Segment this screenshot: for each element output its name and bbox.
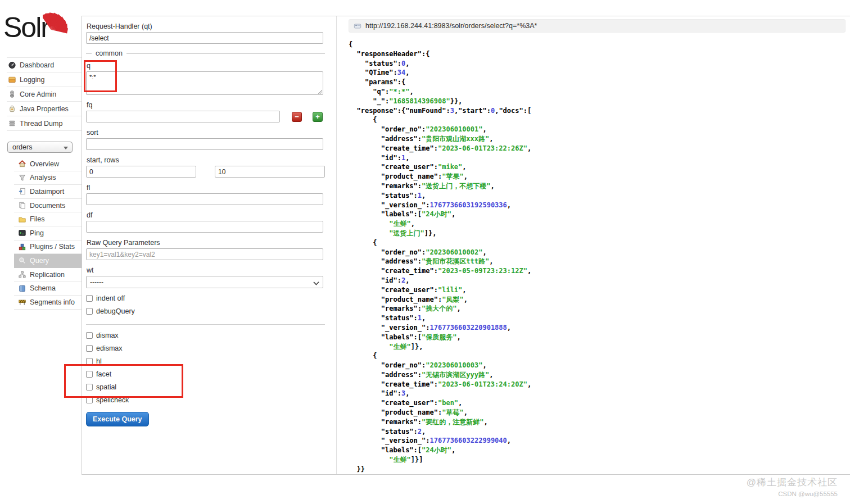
sidebar-item-replication[interactable]: Replication — [14, 268, 82, 282]
schema-icon — [18, 284, 26, 293]
sidebar-item-analysis[interactable]: Analysis — [14, 171, 82, 185]
watermark: @稀土掘金技术社区 CSDN @wu@55555 — [747, 476, 838, 497]
json-line: "_version_":1767736603220901888, — [349, 323, 846, 333]
checkbox-spatial[interactable] — [86, 384, 93, 391]
json-line: "id":1, — [349, 153, 846, 163]
json-line: "_version_":1767736603192590336, — [349, 201, 846, 210]
rows-input[interactable] — [215, 166, 325, 178]
df-input[interactable] — [86, 221, 323, 233]
raw-query-input[interactable] — [86, 248, 323, 260]
chevron-down-icon — [64, 147, 68, 149]
request-url[interactable]: http://192.168.244.41:8983/solr/orders/s… — [365, 22, 537, 30]
json-line: { — [349, 40, 846, 49]
sidebar-item-schema[interactable]: Schema — [14, 281, 82, 296]
sidebar-item-label: Dashboard — [20, 61, 54, 69]
add-fq-button[interactable] — [313, 112, 323, 122]
checkbox-label: debugQuery — [96, 307, 135, 315]
sidebar-item-dataimport[interactable]: Dataimport — [14, 185, 82, 199]
watermark-juejin: @稀土掘金技术社区 — [747, 476, 838, 489]
dashboard-icon — [8, 61, 16, 69]
request-handler-group: Request-Handler (qt) — [86, 22, 328, 44]
checkbox-dismax[interactable] — [86, 332, 93, 339]
request-handler-input[interactable] — [86, 32, 323, 44]
json-line: "status":2, — [349, 427, 846, 437]
sidebar-item-query[interactable]: Query — [14, 254, 82, 268]
sidebar-item-documents[interactable]: Documents — [14, 199, 82, 213]
execute-query-button[interactable]: Execute Query — [86, 412, 149, 426]
checkbox-label: indent off — [96, 294, 125, 302]
sidebar-item-logging[interactable]: Logging — [7, 72, 82, 87]
request-handler-label: Request-Handler (qt) — [87, 22, 328, 30]
fl-input[interactable] — [86, 193, 323, 205]
sort-input[interactable] — [86, 138, 323, 150]
core-selector-value: orders — [12, 143, 32, 151]
plugins-stats-icon — [18, 243, 26, 251]
ping-icon — [18, 229, 26, 237]
json-line: "status":0, — [349, 59, 846, 69]
sidebar-item-label: Core Admin — [20, 90, 56, 98]
json-line: "remarks":"挑大个的", — [349, 304, 846, 314]
wt-select[interactable]: ------ — [86, 276, 323, 288]
json-line: "生鲜"]}, — [349, 342, 846, 352]
overview-icon — [18, 160, 26, 168]
checkbox-row-edismax[interactable]: edismax — [86, 344, 328, 352]
json-line: "_":"1685814396908"}}, — [349, 97, 846, 106]
sidebar-item-plugins-stats[interactable]: Plugins / Stats — [14, 240, 82, 255]
q-input[interactable]: *:* — [86, 71, 323, 95]
fq-input[interactable] — [86, 111, 280, 122]
json-line: "生鲜"]}] — [349, 455, 846, 465]
java-properties-icon — [8, 105, 16, 113]
json-line: "product_name":"苹果", — [349, 172, 846, 181]
json-line: "address":"贵阳市观山湖xxx路", — [349, 134, 846, 144]
request-url-bar[interactable]: http://192.168.244.41:8983/solr/orders/s… — [349, 19, 846, 33]
json-line: "order_no":"202306010001", — [349, 125, 846, 134]
json-line: "status":1, — [349, 314, 846, 323]
json-line: "create_user":"lili", — [349, 285, 846, 295]
sidebar-item-core-admin[interactable]: Core Admin — [7, 87, 82, 102]
sidebar-item-dashboard[interactable]: Dashboard — [7, 57, 82, 72]
checkbox-row-indent-off[interactable]: indent off — [86, 294, 328, 302]
sidebar-item-ping[interactable]: Ping — [14, 226, 82, 240]
checkbox-spellcheck[interactable] — [86, 397, 93, 403]
json-line: "address":"无锡市滨湖区yyy路", — [349, 370, 846, 380]
solr-sunburst-icon — [43, 4, 72, 34]
start-rows-group: start, rows — [86, 156, 328, 178]
json-line: "id":2, — [349, 276, 846, 285]
fl-group: fl — [86, 184, 328, 205]
checkbox-row-facet[interactable]: facet — [86, 370, 328, 378]
solr-logo[interactable]: Solr — [0, 0, 82, 54]
sidebar-item-label: Segments info — [30, 298, 75, 306]
sidebar-item-overview[interactable]: Overview — [14, 157, 82, 171]
json-line: "status":1, — [349, 191, 846, 201]
json-line: "order_no":"202306010002", — [349, 248, 846, 257]
query-form-panel: Request-Handler (qt) common q *:* fq — [82, 16, 337, 474]
checkbox-row-spellcheck[interactable]: spellcheck — [86, 396, 328, 404]
wt-label: wt — [87, 266, 328, 274]
checkbox-label: spellcheck — [96, 396, 129, 404]
checkbox-indent-off[interactable] — [86, 295, 93, 302]
checkbox-row-dismax[interactable]: dismax — [86, 332, 328, 339]
json-output: { "responseHeader":{ "status":0, "QTime"… — [349, 40, 846, 474]
sidebar-item-segments-info[interactable]: Segments info — [14, 296, 82, 310]
checkbox-hl[interactable] — [86, 358, 93, 365]
json-line: "address":"贵阳市花溪区ttt路", — [349, 257, 846, 266]
checkbox-debugquery[interactable] — [86, 308, 93, 315]
sidebar: Solr DashboardLoggingCore AdminJava Prop… — [0, 0, 82, 504]
checkbox-edismax[interactable] — [86, 345, 93, 352]
sidebar-item-java-properties[interactable]: Java Properties — [7, 102, 82, 116]
documents-icon — [18, 201, 26, 210]
sidebar-item-label: Analysis — [30, 174, 56, 181]
checkbox-row-hl[interactable]: hl — [86, 357, 328, 365]
json-line: "id":3, — [349, 389, 846, 398]
core-selector[interactable]: orders — [7, 142, 73, 153]
remove-fq-button[interactable] — [292, 112, 302, 122]
sidebar-item-label: Ping — [30, 229, 44, 237]
solr-logo-text: Solr — [3, 11, 49, 44]
sidebar-item-files[interactable]: Files — [14, 212, 82, 226]
checkbox-row-debugquery[interactable]: debugQuery — [86, 307, 328, 315]
sidebar-item-thread-dump[interactable]: Thread Dump — [7, 116, 82, 131]
df-group: df — [86, 211, 328, 233]
start-input[interactable] — [86, 166, 196, 178]
checkbox-row-spatial[interactable]: spatial — [86, 383, 328, 391]
checkbox-facet[interactable] — [86, 371, 93, 378]
